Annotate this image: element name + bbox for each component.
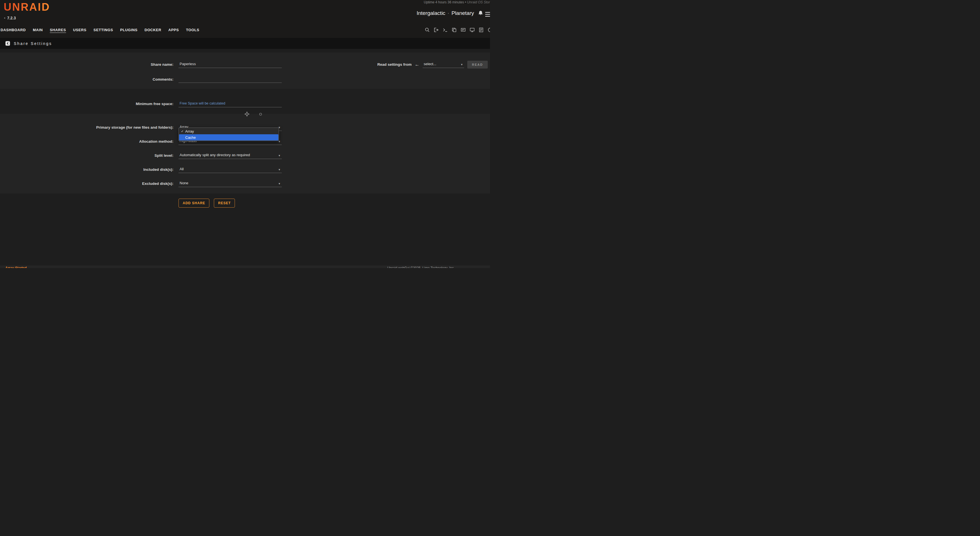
- read-settings-label: Read settings from: [377, 62, 412, 67]
- comments-input[interactable]: [178, 76, 282, 83]
- header: UNRAID ● 7.2.3 Uptime 4 hours 36 minutes…: [0, 0, 490, 38]
- reset-button[interactable]: RESET: [214, 199, 235, 207]
- log-icon[interactable]: [479, 27, 484, 33]
- split-level-label: Split level:: [0, 153, 178, 158]
- version-number: 7.2.3: [7, 16, 16, 20]
- form-row-excluded-disks: Excluded disk(s): None ▼: [0, 177, 490, 190]
- theme-icon[interactable]: [487, 27, 490, 33]
- page-title-bar: Share Settings: [0, 38, 490, 49]
- notifications-bell-icon[interactable]: [478, 10, 483, 17]
- copy-icon[interactable]: [452, 27, 457, 33]
- add-share-button[interactable]: ADD SHARE: [178, 199, 209, 207]
- share-name-label: Share name:: [0, 62, 178, 67]
- read-settings-select[interactable]: select... ▼: [423, 61, 464, 68]
- min-free-space-input[interactable]: [178, 100, 282, 107]
- main-nav: DASHBOARD MAIN SHARES USERS SETTINGS PLU…: [0, 26, 199, 34]
- form-row-included-disks: Included disk(s): All ▼: [0, 163, 490, 176]
- split-level-select[interactable]: Automatically split any directory as req…: [178, 152, 282, 159]
- nav-settings[interactable]: SETTINGS: [94, 28, 113, 32]
- dropdown-option-cache[interactable]: Cache: [179, 134, 278, 140]
- version-label: ● 7.2.3: [4, 16, 16, 20]
- nav-main[interactable]: MAIN: [33, 28, 43, 32]
- form-row-min-free-space: Minimum free space:: [0, 97, 490, 110]
- feedback-icon[interactable]: [461, 27, 466, 33]
- nav-apps[interactable]: APPS: [169, 28, 179, 32]
- uptime-text: Uptime 4 hours 36 minutes • Unraid OS St…: [424, 0, 490, 4]
- server-identity: Intergalactic • Planetary: [417, 10, 474, 16]
- form-row-primary-storage: Primary storage (for new files and folde…: [0, 121, 490, 134]
- read-settings-group: Read settings from ← select... ▼ READ: [377, 61, 488, 69]
- footer-copyright: Unraid webGui ©2025, Lime Technology, In…: [387, 266, 455, 268]
- form-row-split-level: Split level: Automatically split any dir…: [0, 149, 490, 162]
- nav-docker[interactable]: DOCKER: [145, 28, 161, 32]
- arrow-left-icon: ←: [415, 62, 420, 67]
- nav-plugins[interactable]: PLUGINS: [120, 28, 137, 32]
- status-dot-icon: ●: [4, 17, 5, 19]
- section-space: Minimum free space:: [0, 89, 490, 114]
- form-row-comments: Comments:: [0, 73, 490, 86]
- nav-tools[interactable]: TOOLS: [186, 28, 199, 32]
- search-icon[interactable]: [425, 27, 430, 33]
- form-row-share-name: Share name: Read settings from ← select.…: [0, 58, 490, 71]
- os-status-text: Unraid OS Stor: [467, 0, 490, 4]
- unraid-logo[interactable]: UNRAID: [4, 1, 50, 13]
- terminal-icon[interactable]: [442, 27, 448, 33]
- nav-dashboard[interactable]: DASHBOARD: [0, 28, 26, 32]
- caret-down-icon: ▼: [278, 154, 281, 157]
- section-storage: Primary storage (for new files and folde…: [0, 114, 490, 193]
- section-identity: Share name: Read settings from ← select.…: [0, 53, 490, 89]
- allocation-method-label: Allocation method:: [0, 139, 178, 144]
- back-icon[interactable]: [5, 41, 10, 46]
- monitor-icon[interactable]: [469, 27, 475, 33]
- click-indicator-icon: [259, 113, 262, 115]
- dot-separator: •: [448, 11, 449, 15]
- caret-down-icon: ▼: [278, 182, 281, 185]
- excluded-disks-select[interactable]: None ▼: [178, 180, 282, 187]
- dot-separator: •: [465, 0, 466, 4]
- check-icon: ✓: [181, 129, 184, 133]
- logout-icon[interactable]: [434, 27, 439, 33]
- primary-storage-dropdown: ✓ Array Cache: [178, 128, 279, 141]
- min-free-space-label: Minimum free space:: [0, 102, 178, 106]
- page-title: Share Settings: [14, 41, 52, 46]
- crosshair-cursor-icon: [245, 112, 250, 116]
- hamburger-menu-icon[interactable]: [485, 11, 490, 18]
- nav-users[interactable]: USERS: [73, 28, 86, 32]
- caret-down-icon: ▼: [278, 168, 281, 171]
- header-toolbar: [425, 26, 490, 34]
- form-actions: ADD SHARE RESET: [178, 199, 490, 207]
- caret-down-icon: ▼: [461, 63, 463, 66]
- nav-shares[interactable]: SHARES: [50, 28, 66, 32]
- server-description: Planetary: [452, 10, 474, 16]
- share-settings-form: Share name: Read settings from ← select.…: [0, 49, 490, 207]
- share-name-input[interactable]: [178, 61, 282, 68]
- footer: Array Started Unraid webGui ©2025, Lime …: [0, 265, 490, 268]
- excluded-disks-label: Excluded disk(s):: [0, 182, 178, 186]
- included-disks-select[interactable]: All ▼: [178, 166, 282, 173]
- read-button[interactable]: READ: [467, 61, 488, 69]
- primary-storage-label: Primary storage (for new files and folde…: [0, 125, 178, 129]
- footer-array-status[interactable]: Array Started: [5, 266, 27, 268]
- included-disks-label: Included disk(s):: [0, 168, 178, 172]
- server-name: Intergalactic: [417, 10, 445, 16]
- comments-label: Comments:: [0, 77, 178, 81]
- dropdown-option-array[interactable]: ✓ Array: [179, 128, 278, 134]
